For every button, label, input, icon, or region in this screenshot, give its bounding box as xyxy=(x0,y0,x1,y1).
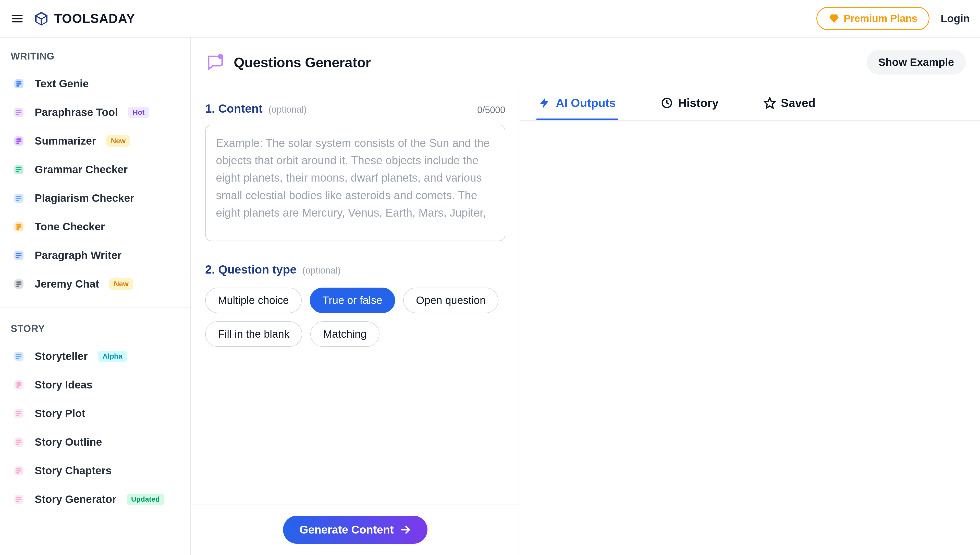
sidebar-item-badge: Alpha xyxy=(98,351,127,362)
sidebar-item[interactable]: Paraphrase ToolHot xyxy=(0,98,190,127)
sidebar-item[interactable]: StorytellerAlpha xyxy=(0,342,190,371)
sidebar-item-label: Story Chapters xyxy=(35,465,112,477)
sidebar-item-badge: New xyxy=(109,278,133,290)
sidebar-item-label: Storyteller xyxy=(35,350,88,363)
svg-rect-52 xyxy=(16,468,21,470)
sidebar-item-icon-wrap xyxy=(11,75,27,92)
sidebar-item-icon xyxy=(13,407,25,420)
svg-rect-12 xyxy=(16,138,21,140)
sidebar-item-icon xyxy=(13,78,25,90)
svg-rect-29 xyxy=(16,255,21,256)
sidebar-item-icon xyxy=(13,249,25,261)
svg-marker-63 xyxy=(764,98,775,108)
sidebar-item[interactable]: Story Chapters xyxy=(0,456,190,485)
sidebar-item-badge: Updated xyxy=(126,494,165,505)
qtype-option[interactable]: True or false xyxy=(310,287,395,313)
svg-rect-13 xyxy=(16,141,21,142)
menu-toggle-button[interactable] xyxy=(10,11,24,26)
svg-rect-20 xyxy=(16,196,21,197)
tab-label: Saved xyxy=(781,96,815,110)
bolt-icon xyxy=(539,97,551,109)
body-wrap: WRITING Text Genie Paraphrase ToolHot Su… xyxy=(0,37,980,555)
output-tab[interactable]: History xyxy=(659,87,721,120)
sidebar-item[interactable]: Tone Checker xyxy=(0,212,190,241)
sidebar-item-label: Tone Checker xyxy=(35,221,105,233)
sidebar-item[interactable]: Story Plot xyxy=(0,399,190,428)
sidebar-item-icon xyxy=(13,164,25,176)
svg-rect-54 xyxy=(16,472,19,473)
generate-content-button[interactable]: Generate Content xyxy=(283,516,427,544)
sidebar-item-icon-wrap xyxy=(11,462,27,479)
sidebar-section-writing: WRITING xyxy=(0,48,190,69)
sidebar-item-icon-wrap xyxy=(11,247,27,263)
svg-rect-34 xyxy=(16,286,19,287)
svg-rect-9 xyxy=(16,112,21,113)
main: ? Questions Generator Show Example 1. Co… xyxy=(191,37,980,555)
svg-rect-41 xyxy=(16,384,21,386)
sidebar-item[interactable]: Story Ideas xyxy=(0,371,190,399)
sidebar-item[interactable]: Paragraph Writer xyxy=(0,241,190,270)
sidebar-item-label: Story Outline xyxy=(35,436,102,448)
show-example-button[interactable]: Show Example xyxy=(866,50,966,75)
sidebar-item[interactable]: SummarizerNew xyxy=(0,127,190,155)
svg-rect-16 xyxy=(16,167,21,168)
svg-rect-24 xyxy=(16,224,21,226)
sidebar-item[interactable]: Story GeneratorUpdated xyxy=(0,485,190,513)
sidebar-item[interactable]: Text Genie xyxy=(0,69,190,98)
svg-rect-50 xyxy=(16,444,19,445)
hamburger-icon xyxy=(11,13,24,25)
output-tab[interactable]: AI Outputs xyxy=(536,87,618,120)
sidebar-separator xyxy=(0,308,190,308)
clock-icon xyxy=(661,97,673,109)
sidebar-item-icon xyxy=(13,493,25,505)
svg-rect-22 xyxy=(16,200,19,201)
sidebar-item[interactable]: Grammar Checker xyxy=(0,155,190,184)
login-link[interactable]: Login xyxy=(941,13,970,25)
brand-logo[interactable]: TOOLSADAY xyxy=(33,10,135,27)
sidebar-item-label: Jeremy Chat xyxy=(35,278,99,290)
sidebar-item-icon-wrap xyxy=(11,377,27,393)
svg-rect-18 xyxy=(16,171,19,172)
sidebar-item-icon-wrap xyxy=(11,190,27,206)
qtype-option[interactable]: Fill in the blank xyxy=(205,321,302,347)
svg-rect-10 xyxy=(16,114,19,115)
svg-rect-53 xyxy=(16,470,21,472)
brand-text: TOOLSADAY xyxy=(54,11,135,26)
svg-rect-45 xyxy=(16,413,21,414)
qtype-label: 2. Question type (optional) xyxy=(205,263,505,276)
sidebar-item-icon xyxy=(13,379,25,391)
content-optional: (optional) xyxy=(269,104,307,115)
topbar-right: Premium Plans Login xyxy=(816,7,970,30)
sidebar-item-icon xyxy=(13,350,25,363)
sidebar-item[interactable]: Plagiarism Checker xyxy=(0,184,190,212)
premium-plans-button[interactable]: Premium Plans xyxy=(816,7,929,30)
sidebar-item-icon-wrap xyxy=(11,104,27,120)
sidebar-item-label: Grammar Checker xyxy=(35,164,128,176)
sidebar-item-icon-wrap xyxy=(11,348,27,364)
content-label-text: 1. Content xyxy=(205,102,262,115)
svg-rect-17 xyxy=(16,169,21,170)
sidebar-item-label: Paragraph Writer xyxy=(35,249,122,261)
qtype-option[interactable]: Matching xyxy=(310,321,379,347)
sidebar-item-icon xyxy=(13,465,25,477)
sidebar-item[interactable]: Story Outline xyxy=(0,428,190,456)
output-tab[interactable]: Saved xyxy=(761,87,818,120)
tab-label: History xyxy=(678,96,718,110)
content-textarea[interactable] xyxy=(205,125,505,241)
svg-rect-57 xyxy=(16,499,21,500)
svg-rect-5 xyxy=(16,83,21,85)
qtype-option[interactable]: Open question xyxy=(403,287,499,313)
qtype-options: Multiple choiceTrue or falseOpen questio… xyxy=(205,287,505,347)
sidebar-item[interactable]: Jeremy ChatNew xyxy=(0,270,190,298)
sidebar-item-icon-wrap xyxy=(11,219,27,235)
qtype-option[interactable]: Multiple choice xyxy=(205,287,302,313)
sidebar: WRITING Text Genie Paraphrase ToolHot Su… xyxy=(0,37,191,555)
svg-rect-4 xyxy=(16,81,21,82)
sidebar-item-icon-wrap xyxy=(11,276,27,292)
sidebar-item-label: Plagiarism Checker xyxy=(35,192,134,204)
diamond-icon xyxy=(828,13,839,24)
output-tabs: AI OutputsHistorySaved xyxy=(520,87,980,120)
sidebar-item-icon-wrap xyxy=(11,434,27,450)
svg-rect-28 xyxy=(16,253,21,254)
svg-rect-6 xyxy=(16,85,19,87)
